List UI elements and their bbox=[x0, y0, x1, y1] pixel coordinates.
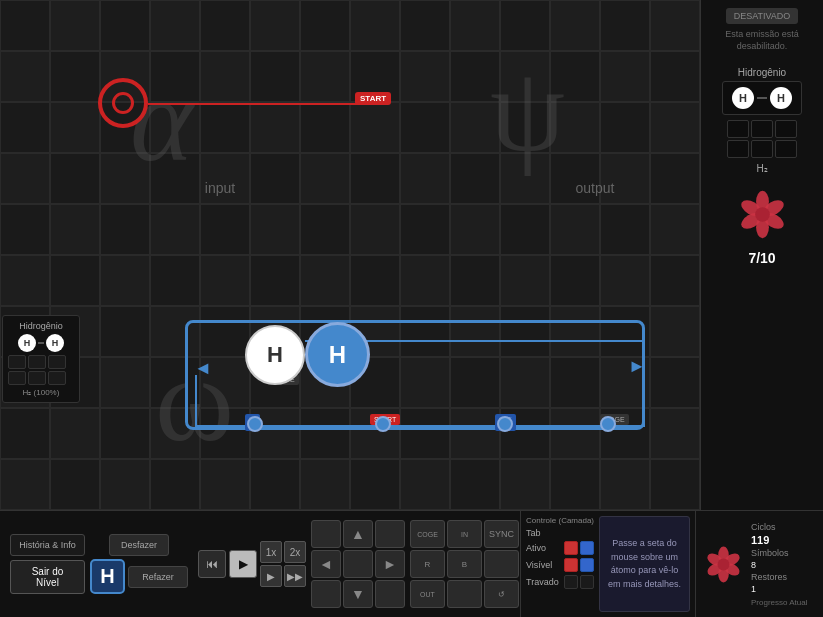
exit-level-button[interactable]: Sair do Nível bbox=[10, 560, 85, 594]
grid-cell-65 bbox=[450, 204, 500, 255]
action-rotate-ccw[interactable]: ↺ bbox=[484, 580, 519, 608]
control-visivel-row: Visível bbox=[526, 558, 594, 572]
grid-cell-1 bbox=[50, 0, 100, 51]
action-out[interactable]: OUT bbox=[410, 580, 445, 608]
grid-cell-67 bbox=[550, 204, 600, 255]
left-grid-cell-2 bbox=[28, 355, 46, 369]
speed-row-2: ▶ ▶▶ bbox=[260, 565, 306, 587]
grid-cell-66 bbox=[500, 204, 550, 255]
grid-cell-106 bbox=[400, 357, 450, 408]
control-ativo-label: Ativo bbox=[526, 543, 546, 553]
right-grid-cell-6 bbox=[775, 140, 797, 158]
grid-cell-107 bbox=[450, 357, 500, 408]
grid-cell-43 bbox=[50, 153, 100, 204]
toggle-blue[interactable] bbox=[580, 541, 594, 555]
speed-1x[interactable]: 1x bbox=[260, 541, 282, 563]
grid-cell-54 bbox=[600, 153, 650, 204]
nav-right-button[interactable]: ► bbox=[375, 550, 405, 578]
action-empty1 bbox=[484, 550, 519, 578]
rewind-button[interactable]: ⏮ bbox=[198, 550, 226, 578]
grid-cell-94 bbox=[500, 306, 550, 357]
grid-cell-139 bbox=[650, 459, 700, 510]
grid-cell-32 bbox=[200, 102, 250, 153]
grid-cell-53 bbox=[550, 153, 600, 204]
grid-cell-115 bbox=[150, 408, 200, 459]
ativo-toggles bbox=[564, 541, 594, 555]
action-in[interactable]: IN bbox=[447, 520, 482, 548]
grid-cell-88 bbox=[200, 306, 250, 357]
nav-left-button[interactable]: ◄ bbox=[311, 550, 341, 578]
grid-cell-95 bbox=[550, 306, 600, 357]
grid-cell-129 bbox=[150, 459, 200, 510]
grid-cell-23 bbox=[450, 51, 500, 102]
undo-button[interactable]: Desfazer bbox=[109, 534, 169, 556]
visivel-toggle-red[interactable] bbox=[564, 558, 578, 572]
action-coge[interactable]: COGE bbox=[410, 520, 445, 548]
travado-toggles bbox=[564, 575, 594, 589]
nav-up-button[interactable]: ▲ bbox=[343, 520, 373, 548]
stats-flower-icon bbox=[701, 542, 746, 587]
grid-cell-31 bbox=[150, 102, 200, 153]
grid-cell-28 bbox=[0, 102, 50, 153]
cycles-label: Ciclos bbox=[751, 522, 807, 532]
travado-toggle-dark1[interactable] bbox=[564, 575, 578, 589]
right-grid-cell-4 bbox=[727, 140, 749, 158]
grid-cell-71 bbox=[50, 255, 100, 306]
left-grid-cell-5 bbox=[28, 371, 46, 385]
action-r[interactable]: R bbox=[410, 550, 445, 578]
info-panel: Passe a seta do mouse sobre um átomo par… bbox=[599, 516, 690, 612]
grid-cell-12 bbox=[600, 0, 650, 51]
grid-cell-62 bbox=[300, 204, 350, 255]
grid-cell-18 bbox=[200, 51, 250, 102]
grid-cell-110 bbox=[600, 357, 650, 408]
right-grid-cell-1 bbox=[727, 120, 749, 138]
control-travado-label: Travado bbox=[526, 577, 559, 587]
grid-cell-136 bbox=[500, 459, 550, 510]
fast-fwd-btn[interactable]: ▶▶ bbox=[284, 565, 306, 587]
action-b[interactable]: B bbox=[447, 550, 482, 578]
grid-cell-127 bbox=[50, 459, 100, 510]
play-button[interactable]: ▶ bbox=[229, 550, 257, 578]
step-fwd-btn[interactable]: ▶ bbox=[260, 565, 282, 587]
grid-cell-38 bbox=[500, 102, 550, 153]
grid-cell-83 bbox=[650, 255, 700, 306]
left-h2-molecule: H H bbox=[8, 334, 74, 352]
grid-cell-45 bbox=[150, 153, 200, 204]
redo-button[interactable]: Refazer bbox=[128, 566, 188, 588]
grid-cell-135 bbox=[450, 459, 500, 510]
action-sync[interactable]: SYNC bbox=[484, 520, 519, 548]
nav-arrows: ▲ ◄ ► ▼ bbox=[311, 520, 405, 608]
grid-cell-79 bbox=[450, 255, 500, 306]
visivel-toggles bbox=[564, 558, 594, 572]
grid-cell-58 bbox=[100, 204, 150, 255]
grid-cell-10 bbox=[500, 0, 550, 51]
left-grid-cell-3 bbox=[48, 355, 66, 369]
grid-cell-8 bbox=[400, 0, 450, 51]
history-info-button[interactable]: História & Info bbox=[10, 534, 85, 556]
grid-cell-81 bbox=[550, 255, 600, 306]
symbols-value: 8 bbox=[751, 560, 807, 570]
grid-cell-46 bbox=[200, 153, 250, 204]
nav-down-button[interactable]: ▼ bbox=[343, 580, 373, 608]
grid-cell-13 bbox=[650, 0, 700, 51]
travado-toggle-dark2[interactable] bbox=[580, 575, 594, 589]
grid-cell-74 bbox=[200, 255, 250, 306]
grid-cell-105 bbox=[350, 357, 400, 408]
visivel-toggle-blue[interactable] bbox=[580, 558, 594, 572]
right-h2-title: Hidrogênio bbox=[738, 67, 786, 78]
grid-cell-25 bbox=[550, 51, 600, 102]
speed-2x[interactable]: 2x bbox=[284, 541, 306, 563]
left-bond bbox=[38, 342, 44, 344]
grid-cell-29 bbox=[50, 102, 100, 153]
grid-cell-90 bbox=[300, 306, 350, 357]
grid-cell-24 bbox=[500, 51, 550, 102]
left-grid-cell-1 bbox=[8, 355, 26, 369]
grid-cell-77 bbox=[350, 255, 400, 306]
grid-cell-56 bbox=[0, 204, 50, 255]
right-bond bbox=[757, 97, 767, 99]
grid-cell-96 bbox=[600, 306, 650, 357]
right-grid-cell-2 bbox=[751, 120, 773, 138]
nav-empty-tr bbox=[375, 520, 405, 548]
toggle-red[interactable] bbox=[564, 541, 578, 555]
grid-cell-104 bbox=[300, 357, 350, 408]
